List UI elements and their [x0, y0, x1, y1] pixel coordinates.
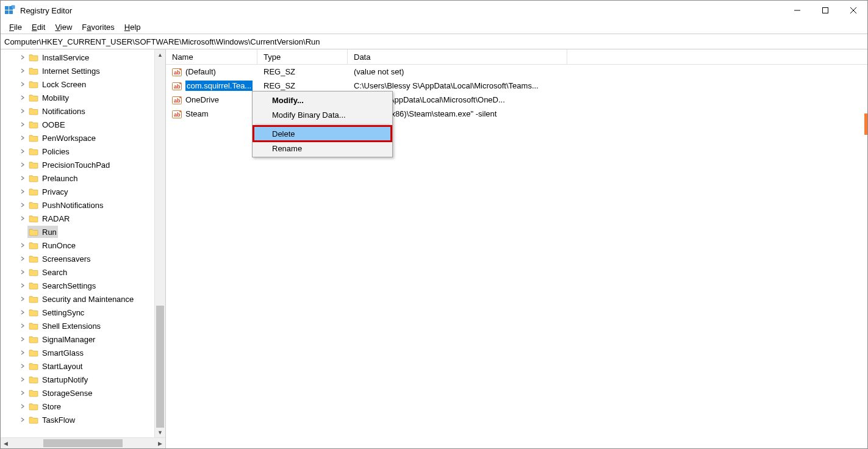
column-header-name[interactable]: Name	[166, 49, 257, 64]
tree-item-label: PenWorkspace	[42, 134, 96, 143]
menu-view[interactable]: View	[50, 22, 77, 32]
expander-icon[interactable]	[19, 375, 26, 384]
tree-horizontal-scrollbar[interactable]: ◀ ▶	[1, 437, 165, 448]
expander-icon[interactable]	[19, 160, 26, 169]
tree-item[interactable]: InstallService	[1, 51, 165, 64]
value-type: REG_SZ	[257, 81, 348, 90]
scroll-down-icon[interactable]: ▼	[155, 427, 165, 437]
tree-item[interactable]: SmartGlass	[1, 346, 165, 359]
expander-icon[interactable]	[19, 53, 26, 62]
tree-item-label: Prelaunch	[42, 174, 78, 183]
column-header-data[interactable]: Data	[348, 49, 567, 64]
scroll-right-icon[interactable]: ▶	[155, 438, 165, 448]
ctx-modify-binary[interactable]: Modify Binary Data...	[254, 107, 391, 122]
expander-icon[interactable]	[19, 241, 26, 250]
tree-item[interactable]: Policies	[1, 145, 165, 158]
tree-item[interactable]: StartupNotify	[1, 373, 165, 386]
expander-icon[interactable]	[19, 254, 26, 263]
expander-icon[interactable]	[19, 214, 26, 223]
tree-item[interactable]: Notifications	[1, 104, 165, 118]
tree-item[interactable]: Mobility	[1, 91, 165, 104]
list-row[interactable]: ab(Default)REG_SZ(value not set)	[166, 65, 867, 79]
window-title: Registry Editor	[20, 6, 72, 15]
expander-icon[interactable]	[19, 335, 26, 343]
ctx-delete[interactable]: Delete	[254, 126, 391, 141]
scroll-up-icon[interactable]: ▲	[155, 49, 165, 60]
tree-item[interactable]: Run	[1, 225, 165, 239]
menu-edit[interactable]: Edit	[27, 22, 50, 32]
expander-icon[interactable]	[19, 389, 26, 397]
scroll-thumb[interactable]	[156, 306, 164, 428]
tree-item[interactable]: Search	[1, 265, 165, 279]
expander-icon[interactable]	[19, 80, 26, 88]
tree-item[interactable]: RunOnce	[1, 239, 165, 252]
expander-icon[interactable]	[19, 93, 26, 102]
folder-icon	[29, 335, 38, 343]
folder-icon	[29, 402, 38, 411]
registry-tree[interactable]: InstallServiceInternet SettingsLock Scre…	[1, 49, 165, 426]
menu-file[interactable]: File	[4, 22, 27, 32]
expander-icon[interactable]	[19, 174, 26, 182]
expander-icon[interactable]	[19, 321, 26, 330]
tree-item[interactable]: Shell Extensions	[1, 319, 165, 332]
expander-icon[interactable]	[19, 348, 26, 357]
tree-item-label: Mobility	[42, 93, 69, 102]
tree-item[interactable]: SettingSync	[1, 306, 165, 319]
expander-icon[interactable]	[19, 107, 26, 115]
scroll-thumb[interactable]	[43, 439, 123, 447]
tree-item[interactable]: OOBE	[1, 118, 165, 131]
tree-item[interactable]: Privacy	[1, 185, 165, 198]
tree-item-label: OOBE	[42, 120, 65, 129]
maximize-button[interactable]	[811, 1, 839, 20]
address-bar[interactable]: Computer\HKEY_CURRENT_USER\SOFTWARE\Micr…	[1, 34, 867, 49]
folder-icon	[29, 295, 38, 303]
tree-item-label: Screensavers	[42, 254, 90, 264]
tree-item[interactable]: SearchSettings	[1, 279, 165, 292]
svg-rect-11	[180, 69, 181, 70]
tree-item[interactable]: Internet Settings	[1, 64, 165, 77]
tree-item[interactable]: StorageSense	[1, 386, 165, 400]
folder-icon	[29, 375, 38, 384]
expander-icon[interactable]	[19, 134, 26, 142]
value-name: Steam	[185, 109, 209, 118]
tree-item[interactable]: Security and Maintenance	[1, 292, 165, 306]
ctx-modify[interactable]: Modify...	[254, 93, 391, 107]
menu-favorites[interactable]: Favorites	[77, 22, 119, 32]
expander-icon[interactable]	[19, 402, 26, 411]
tree-item[interactable]: SignalManager	[1, 332, 165, 346]
tree-item[interactable]: Lock Screen	[1, 77, 165, 91]
expander-icon[interactable]	[19, 362, 26, 370]
tree-item[interactable]: PushNotifications	[1, 198, 165, 212]
tree-item-label: Policies	[42, 147, 70, 156]
tree-item[interactable]: TaskFlow	[1, 413, 165, 426]
tree-item[interactable]: PenWorkspace	[1, 131, 165, 145]
tree-item-label: Shell Extensions	[42, 321, 101, 331]
ctx-rename[interactable]: Rename	[254, 141, 391, 156]
expander-icon[interactable]	[19, 268, 26, 276]
column-header-type[interactable]: Type	[257, 49, 348, 64]
tree-item[interactable]: Store	[1, 400, 165, 413]
expander-icon[interactable]	[19, 66, 26, 75]
tree-item-label: Lock Screen	[42, 80, 86, 89]
scroll-left-icon[interactable]: ◀	[1, 438, 11, 448]
tree-item[interactable]: Prelaunch	[1, 171, 165, 185]
folder-icon	[29, 362, 38, 370]
expander-icon[interactable]	[19, 295, 26, 303]
expander-icon[interactable]	[19, 187, 26, 196]
expander-icon[interactable]	[19, 147, 26, 156]
expander-icon[interactable]	[19, 308, 26, 317]
expander-icon[interactable]	[19, 201, 26, 209]
tree-vertical-scrollbar[interactable]: ▲ ▼	[154, 49, 165, 437]
tree-item[interactable]: StartLayout	[1, 359, 165, 373]
tree-item[interactable]: Screensavers	[1, 252, 165, 265]
folder-icon	[29, 201, 38, 209]
tree-item-label: Store	[42, 402, 61, 411]
close-button[interactable]	[839, 1, 867, 20]
tree-item[interactable]: RADAR	[1, 212, 165, 225]
expander-icon[interactable]	[19, 281, 26, 290]
expander-icon[interactable]	[19, 415, 26, 424]
tree-item[interactable]: PrecisionTouchPad	[1, 158, 165, 171]
menu-help[interactable]: Help	[120, 22, 146, 32]
minimize-button[interactable]	[783, 1, 811, 20]
expander-icon[interactable]	[19, 120, 26, 129]
